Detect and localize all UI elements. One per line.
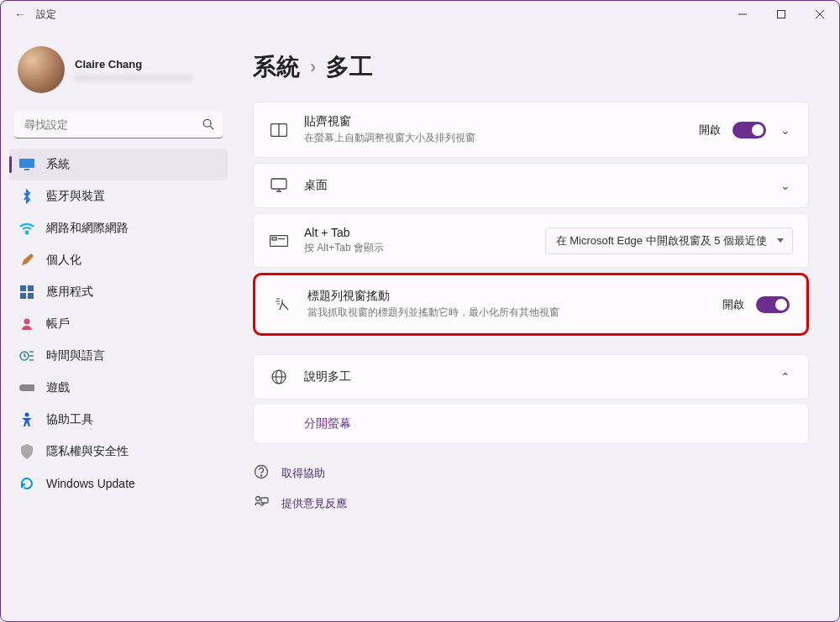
shake-icon: [272, 295, 292, 315]
alttab-title: Alt + Tab: [304, 226, 530, 239]
back-button[interactable]: ←: [14, 8, 26, 21]
snap-toggle[interactable]: [732, 122, 766, 139]
sidebar-item-label: 應用程式: [46, 285, 93, 300]
sidebar-item-label: 時間與語言: [46, 348, 105, 363]
profile-name: Claire Chang: [75, 58, 192, 71]
breadcrumb-leaf: 多工: [326, 51, 373, 83]
sidebar-item-label: Windows Update: [46, 477, 135, 490]
alttab-card[interactable]: Alt + Tab 按 Alt+Tab 會顯示 在 Microsoft Edge…: [253, 213, 809, 268]
svg-point-16: [25, 413, 29, 417]
help-title: 說明多工: [304, 369, 763, 384]
close-button[interactable]: [801, 1, 839, 28]
snap-title: 貼齊視窗: [304, 114, 684, 129]
svg-rect-11: [20, 293, 26, 299]
sidebar-item-apps[interactable]: 應用程式: [9, 276, 228, 308]
update-icon: [19, 476, 34, 491]
accessibility-icon: [19, 412, 34, 427]
desktop-card[interactable]: 桌面 ⌄: [253, 163, 809, 208]
sidebar-item-monitor[interactable]: 系統: [9, 149, 228, 180]
svg-rect-31: [261, 498, 268, 503]
sidebar-item-brush[interactable]: 個人化: [9, 244, 228, 276]
svg-point-8: [26, 233, 28, 234]
snap-windows-card[interactable]: 貼齊視窗 在螢幕上自動調整視窗大小及排列視窗 開啟 ⌄: [253, 102, 809, 158]
snap-icon: [269, 120, 289, 140]
breadcrumb-root[interactable]: 系統: [253, 51, 300, 83]
alttab-icon: [269, 231, 289, 251]
svg-point-4: [203, 119, 211, 127]
sidebar-item-label: 帳戶: [46, 316, 70, 332]
sidebar-item-bluetooth[interactable]: 藍牙與裝置: [9, 180, 228, 212]
sidebar-item-label: 系統: [46, 157, 70, 172]
alttab-dropdown[interactable]: 在 Microsoft Edge 中開啟視窗及 5 個最近使: [545, 227, 793, 254]
nav-list: 系統藍牙與裝置網路和網際網路個人化應用程式帳戶時間與語言遊戲協助工具隱私權與安全…: [8, 149, 229, 499]
brush-icon: [19, 253, 34, 268]
sidebar-item-update[interactable]: Windows Update: [9, 468, 228, 499]
maximize-button[interactable]: [762, 1, 801, 28]
sidebar-item-label: 藍牙與裝置: [46, 189, 105, 204]
chevron-down-icon[interactable]: ⌄: [778, 179, 793, 192]
highlight-annotation: 標題列視窗搖動 當我抓取視窗的標題列並搖動它時，最小化所有其他視窗 開啟: [253, 273, 809, 336]
sidebar-item-label: 網路和網際網路: [46, 221, 129, 236]
snap-state: 開啟: [699, 123, 721, 138]
breadcrumb: 系統 › 多工: [253, 51, 809, 83]
feedback-icon: [253, 494, 270, 513]
snap-sub: 在螢幕上自動調整視窗大小及排列視窗: [304, 131, 684, 145]
svg-rect-1: [778, 11, 785, 18]
window-controls: [723, 1, 839, 28]
gamepad-icon: [19, 380, 34, 395]
sidebar-item-label: 隱私權與安全性: [46, 444, 129, 459]
sidebar-item-label: 個人化: [46, 253, 81, 268]
chevron-right-icon: ›: [310, 56, 316, 78]
wifi-icon: [19, 221, 34, 236]
svg-rect-7: [24, 169, 29, 170]
svg-line-5: [210, 126, 213, 129]
sidebar: Claire Chang 系統藍牙與裝置網路和網際網路個人化應用程式帳戶時間與語…: [1, 28, 236, 621]
desktop-title: 桌面: [304, 178, 763, 193]
clock-lang-icon: [19, 348, 34, 363]
sidebar-item-label: 遊戲: [46, 380, 70, 395]
apps-icon: [19, 285, 34, 300]
svg-rect-19: [271, 179, 286, 189]
shake-sub: 當我抓取視窗的標題列並搖動它時，最小化所有其他視窗: [307, 306, 707, 320]
search-input[interactable]: [14, 112, 223, 139]
profile-email-redacted: [75, 74, 192, 82]
svg-rect-6: [19, 159, 34, 168]
titlebar: ← 設定: [1, 1, 839, 28]
minimize-button[interactable]: [723, 1, 762, 28]
bluetooth-icon: [19, 189, 34, 204]
svg-point-30: [256, 497, 260, 501]
monitor-icon: [19, 157, 34, 172]
window-title: 設定: [36, 8, 56, 22]
person-icon: [19, 316, 34, 332]
desktop-icon: [269, 175, 289, 196]
svg-rect-10: [28, 285, 34, 291]
svg-rect-23: [272, 238, 276, 240]
split-screen-link[interactable]: 分開螢幕: [253, 405, 809, 444]
chevron-up-icon[interactable]: ⌃: [778, 370, 793, 384]
sidebar-item-accessibility[interactable]: 協助工具: [9, 404, 228, 436]
sidebar-item-clock-lang[interactable]: 時間與語言: [9, 340, 228, 372]
alttab-sub: 按 Alt+Tab 會顯示: [304, 241, 530, 255]
svg-rect-15: [19, 384, 34, 391]
svg-rect-12: [28, 293, 34, 299]
search-icon: [202, 118, 214, 133]
content: 系統 › 多工 貼齊視窗 在螢幕上自動調整視窗大小及排列視窗 開啟 ⌄ 桌面 ⌄: [236, 28, 839, 621]
shake-title: 標題列視窗搖動: [307, 289, 707, 304]
svg-point-29: [260, 475, 261, 476]
sidebar-item-person[interactable]: 帳戶: [9, 308, 228, 340]
svg-rect-9: [20, 285, 26, 291]
globe-icon: [269, 367, 289, 387]
get-help-link[interactable]: 取得協助: [253, 464, 809, 483]
profile-block[interactable]: Claire Chang: [8, 36, 229, 103]
search-box[interactable]: [14, 112, 223, 139]
sidebar-item-shield[interactable]: 隱私權與安全性: [9, 436, 228, 468]
chevron-down-icon[interactable]: ⌄: [778, 123, 793, 137]
feedback-link[interactable]: 提供意見反應: [253, 494, 809, 513]
sidebar-item-label: 協助工具: [46, 412, 93, 427]
help-section-card[interactable]: 說明多工 ⌃: [253, 354, 809, 400]
shake-card[interactable]: 標題列視窗搖動 當我抓取視窗的標題列並搖動它時，最小化所有其他視窗 開啟: [257, 277, 805, 332]
sidebar-item-gamepad[interactable]: 遊戲: [9, 372, 228, 404]
shake-toggle[interactable]: [756, 296, 790, 313]
shake-state: 開啟: [722, 297, 744, 312]
sidebar-item-wifi[interactable]: 網路和網際網路: [9, 212, 228, 244]
